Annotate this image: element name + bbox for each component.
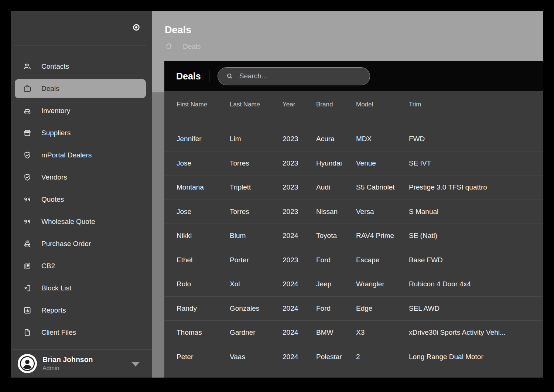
- table-row[interactable]: ThomasGardner2024BMWX3xDrive30i Sports A…: [164, 321, 543, 345]
- brand-filter-dash: -: [326, 113, 328, 120]
- cell-first-name: Jose: [177, 208, 230, 216]
- cell-trim: SEL AWD: [409, 304, 543, 313]
- cell-year: 2023: [283, 256, 316, 264]
- sidebar-item-label: Suppliers: [41, 129, 71, 137]
- cell-first-name: Thomas: [177, 328, 230, 337]
- sidebar-item-block-list[interactable]: Block List: [15, 277, 146, 299]
- sidebar-item-client-files[interactable]: Client Files: [15, 321, 146, 344]
- table-row[interactable]: PeterVaas2024Polestar2Long Range Dual Mo…: [164, 345, 543, 369]
- cell-first-name: Montana: [177, 183, 230, 191]
- storefront-icon: [23, 129, 32, 137]
- content-window: ContactsDealsInventorySuppliersmPortal D…: [11, 11, 543, 378]
- cell-model: RAV4 Prime: [356, 232, 409, 240]
- user-section[interactable]: Brian Johnson Admin: [11, 349, 152, 378]
- search-input[interactable]: [239, 72, 364, 80]
- cell-first-name: Ethel: [177, 256, 230, 264]
- sidebar-item-wholesale-quote[interactable]: Wholesale Quote: [15, 211, 146, 233]
- cell-first-name: Rolo: [177, 280, 230, 288]
- sidebar-item-inventory[interactable]: Inventory: [15, 100, 146, 122]
- cell-year: 2024: [283, 328, 316, 337]
- sidebar-item-label: Contacts: [41, 62, 69, 71]
- cell-model: S5 Cabriolet: [356, 183, 409, 191]
- sidebar-item-cb2[interactable]: CB2: [15, 255, 146, 277]
- cell-trim: Base FWD: [409, 256, 543, 264]
- cell-brand: Nissan: [316, 208, 356, 216]
- quotes-icon: [23, 195, 32, 204]
- column-header-first-name[interactable]: First Name: [177, 101, 230, 108]
- table-row[interactable]: NikkiBlum2024ToyotaRAV4 PrimeSE (Natl): [164, 224, 543, 248]
- cell-trim: S Manual: [409, 208, 543, 216]
- pages-icon: [23, 262, 32, 270]
- cell-last-name: Blum: [230, 232, 283, 240]
- bar-chart-icon: [23, 306, 32, 315]
- table-row[interactable]: JoseTorres2023HyundaiVenueSE IVT: [164, 151, 543, 176]
- deals-table: First NameLast NameYearBrandModelTrim - …: [164, 91, 543, 378]
- breadcrumb: Deals: [165, 42, 543, 52]
- column-header-year[interactable]: Year: [283, 101, 316, 108]
- toolbar-divider: [209, 70, 209, 82]
- breadcrumb-item[interactable]: Deals: [183, 42, 201, 51]
- table-row[interactable]: RoloXol2024JeepWranglerRubicon 4 Door 4x…: [164, 272, 543, 297]
- cell-trim: xDrive30i Sports Activity Vehi...: [409, 328, 543, 337]
- cell-model: MDX: [356, 135, 409, 143]
- sidebar-item-deals[interactable]: Deals: [15, 79, 146, 98]
- briefcase-icon: [23, 84, 32, 93]
- cell-first-name: Peter: [177, 353, 230, 361]
- search-bar[interactable]: [218, 67, 370, 85]
- cell-last-name: Porter: [230, 256, 283, 264]
- home-icon[interactable]: [165, 42, 173, 52]
- sidebar-item-quotes[interactable]: Quotes: [15, 188, 146, 211]
- cell-last-name: Triplett: [230, 183, 283, 191]
- sidebar-item-label: Vendors: [41, 173, 67, 181]
- cell-brand: Toyota: [316, 232, 356, 240]
- sidebar-item-label: Client Files: [41, 328, 76, 337]
- cell-trim: Prestige 3.0 TFSI quattro: [409, 183, 543, 191]
- page-title: Deals: [165, 25, 543, 36]
- sidebar-item-label: Block List: [41, 284, 71, 292]
- sidebar-item-suppliers[interactable]: Suppliers: [15, 122, 146, 144]
- sidebar-item-mportal-dealers[interactable]: mPortal Dealers: [15, 144, 146, 166]
- column-header-brand[interactable]: Brand: [316, 101, 356, 108]
- cell-trim: Long Range Dual Motor: [409, 353, 543, 361]
- column-header-last-name[interactable]: Last Name: [230, 101, 283, 108]
- cell-model: Versa: [356, 208, 409, 216]
- sidebar-item-reports[interactable]: Reports: [15, 299, 146, 321]
- record-icon[interactable]: [132, 23, 141, 32]
- sidebar-item-label: mPortal Dealers: [41, 151, 92, 159]
- table-row[interactable]: EthelPorter2023FordEscapeBase FWD: [164, 248, 543, 273]
- table-row[interactable]: MontanaTriplett2023AudiS5 CabrioletPrest…: [164, 175, 543, 200]
- column-header-trim[interactable]: Trim: [409, 101, 543, 108]
- cell-trim: SE IVT: [409, 159, 543, 167]
- sidebar-item-label: Reports: [41, 306, 66, 314]
- cell-brand: Ford: [316, 304, 356, 313]
- cell-model: Wrangler: [356, 280, 409, 288]
- car-dots-icon: [23, 239, 32, 248]
- shield-check-icon: [23, 173, 32, 182]
- table-row[interactable]: JenniferLim2023AcuraMDXFWD: [164, 127, 543, 151]
- cell-year: 2023: [283, 135, 316, 143]
- car-icon: [23, 106, 32, 115]
- sidebar-item-contacts[interactable]: Contacts: [15, 55, 146, 78]
- main-content: Deals Deals Deals: [152, 11, 543, 378]
- cell-last-name: Torres: [230, 208, 283, 216]
- cell-year: 2024: [283, 232, 316, 240]
- cell-trim: Rubicon 4 Door 4x4: [409, 280, 543, 288]
- cell-model: 2: [356, 353, 409, 361]
- sidebar-header: [11, 11, 152, 45]
- sidebar-item-purchase-order[interactable]: Purchase Order: [15, 233, 146, 255]
- table-row[interactable]: RandyGonzales2024FordEdgeSEL AWD: [164, 297, 543, 321]
- cell-year: 2024: [283, 280, 316, 288]
- column-header-model[interactable]: Model: [356, 101, 409, 108]
- sidebar-item-vendors[interactable]: Vendors: [15, 166, 146, 188]
- sidebar-item-label: Inventory: [41, 107, 70, 115]
- toolbar-title: Deals: [176, 71, 201, 82]
- cell-brand: Hyundai: [316, 159, 356, 167]
- cell-last-name: Lim: [230, 135, 283, 143]
- cell-year: 2023: [283, 159, 316, 167]
- chevron-down-icon[interactable]: [131, 362, 140, 367]
- sidebar-item-label: Quotes: [41, 195, 64, 204]
- cell-brand: BMW: [316, 328, 356, 337]
- deals-toolbar: Deals: [164, 61, 543, 91]
- avatar: [18, 354, 37, 373]
- table-row[interactable]: JoseTorres2023NissanVersaS Manual: [164, 200, 543, 224]
